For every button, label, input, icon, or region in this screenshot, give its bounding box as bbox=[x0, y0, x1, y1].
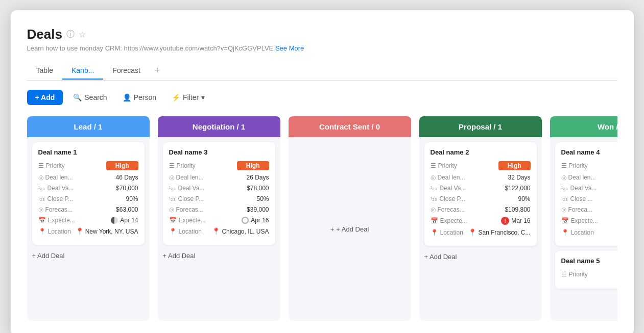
deal-name: Deal name 3 bbox=[169, 148, 269, 156]
pin-icon: 📍 bbox=[468, 228, 476, 236]
column-contract: Contract Sent / 0 + + Add Deal bbox=[289, 116, 411, 321]
col-body-proposal: Deal name 2 ☰Priority High ◎Deal len... … bbox=[419, 137, 542, 321]
close-icon: ¹₂₃ bbox=[38, 195, 45, 202]
deal-row-expected: 📅Expecte... Apr 14 bbox=[38, 217, 138, 224]
location-icon: 📍 bbox=[169, 228, 177, 235]
filter-icon: ⚡ bbox=[172, 93, 180, 101]
deal-row-priority: ☰Priority High bbox=[431, 161, 531, 170]
deal-row-expected: 📅Expecte... Apr 16 bbox=[169, 217, 269, 224]
priority-icon: ☰ bbox=[169, 162, 175, 169]
tab-forecast[interactable]: Forecast bbox=[103, 62, 149, 80]
col-body-contract: + + Add Deal bbox=[289, 137, 411, 321]
deal-card[interactable]: Deal name 2 ☰Priority High ◎Deal len... … bbox=[424, 142, 537, 246]
page-title-row: Deals ⓘ ☆ bbox=[27, 27, 617, 42]
toolbar: + Add 🔍 Search 👤 Person ⚡ Filter ▾ bbox=[27, 90, 617, 105]
deal-row-len: ◎Deal len... 26 Days bbox=[169, 174, 269, 181]
deal-row-len: ◎Deal len... 32 Days bbox=[431, 174, 531, 181]
exclaim-icon: ! bbox=[501, 217, 509, 225]
deal-row-val: ¹₂₃Deal Va... $119,000 bbox=[561, 185, 617, 192]
tab-kanban[interactable]: Kanb... bbox=[62, 62, 103, 80]
deal-row-forecast: ◎Forecas... $109,800 bbox=[431, 206, 531, 213]
deal-row-len: ◎Deal len... 38 Total Days bbox=[561, 174, 617, 181]
calendar-icon: 📅 bbox=[431, 217, 438, 224]
deal-card[interactable]: Deal name 1 ☰Priority High ◎Deal len... … bbox=[32, 142, 145, 245]
deal-row-close: ¹₂₃Close P... 90% bbox=[38, 195, 138, 202]
deal-row-location: 📍Location 📍 Chicago, IL, USA bbox=[169, 227, 269, 235]
col-body-won: Deal name 4 ☰Priority Low ◎Deal len... 3… bbox=[550, 137, 617, 321]
calendar-icon: 📅 bbox=[561, 217, 569, 224]
person-button[interactable]: 👤 Person bbox=[117, 90, 161, 105]
search-button[interactable]: 🔍 Search bbox=[68, 90, 112, 105]
add-deal-contract[interactable]: + + Add Deal bbox=[330, 223, 369, 235]
len-icon: ◎ bbox=[169, 174, 174, 181]
person-icon: 👤 bbox=[123, 93, 131, 101]
val-icon: ¹₂₃ bbox=[169, 185, 176, 192]
forecast-icon: ◎ bbox=[38, 206, 43, 213]
close-icon: ¹₂₃ bbox=[431, 195, 438, 202]
kanban-board: Lead / 1 Deal name 1 ☰Priority High ◎Dea… bbox=[27, 116, 617, 326]
priority-badge: High bbox=[498, 161, 531, 170]
half-circle-icon bbox=[111, 217, 118, 224]
app-window: Deals ⓘ ☆ Learn how to use monday CRM: h… bbox=[11, 10, 634, 333]
deal-row-priority: ☰Priority Low bbox=[561, 270, 617, 279]
forecast-icon: ◎ bbox=[561, 206, 566, 213]
val-icon: ¹₂₃ bbox=[561, 185, 568, 192]
deal-row-expected: 📅Expecte... ! Mar 16 bbox=[431, 217, 531, 225]
deal-row-expected: 📅Expecte... ✓ Feb 27 bbox=[561, 217, 617, 225]
deal-card[interactable]: Deal name 5 ☰Priority Low bbox=[555, 251, 617, 289]
priority-icon: ☰ bbox=[561, 162, 567, 169]
add-deal-proposal[interactable]: + Add Deal bbox=[424, 251, 537, 263]
column-lead: Lead / 1 Deal name 1 ☰Priority High ◎Dea… bbox=[27, 116, 150, 321]
filter-button[interactable]: ⚡ Filter ▾ bbox=[166, 90, 210, 105]
pin-icon: 📍 bbox=[212, 227, 220, 235]
add-button[interactable]: + Add bbox=[27, 90, 63, 105]
deal-row-close: ¹₂₃Close ... 100% bbox=[561, 195, 617, 202]
see-more-link[interactable]: See More bbox=[275, 44, 304, 52]
location-icon: 📍 bbox=[38, 228, 46, 235]
len-icon: ◎ bbox=[561, 174, 566, 181]
deal-row-priority: ☰Priority Low bbox=[561, 161, 617, 170]
deal-row-val: ¹₂₃Deal Va... $78,000 bbox=[169, 185, 269, 192]
forecast-icon: ◎ bbox=[431, 206, 436, 213]
deal-card[interactable]: Deal name 4 ☰Priority Low ◎Deal len... 3… bbox=[555, 142, 617, 246]
deal-row-priority: ☰Priority High bbox=[38, 161, 138, 170]
tab-add[interactable]: + bbox=[150, 61, 165, 80]
add-deal-negotiation[interactable]: + Add Deal bbox=[163, 250, 275, 262]
deal-row-priority: ☰Priority High bbox=[169, 161, 269, 170]
len-icon: ◎ bbox=[38, 174, 43, 181]
priority-badge: High bbox=[106, 161, 138, 170]
deal-row-len: ◎Deal len... 46 Days bbox=[38, 174, 138, 181]
deal-row-val: ¹₂₃Deal Va... $70,000 bbox=[38, 185, 138, 192]
tab-table[interactable]: Table bbox=[27, 62, 62, 80]
col-header-lead: Lead / 1 bbox=[27, 116, 150, 137]
plus-icon: + bbox=[330, 225, 335, 233]
add-deal-lead[interactable]: + Add Deal bbox=[32, 250, 145, 262]
info-icon[interactable]: ⓘ bbox=[66, 29, 75, 40]
deal-name: Deal name 1 bbox=[38, 148, 138, 156]
deal-row-forecast: ◎Foreca... $119,000 bbox=[561, 206, 617, 213]
forecast-icon: ◎ bbox=[169, 206, 174, 213]
val-icon: ¹₂₃ bbox=[431, 185, 438, 192]
col-header-negotiation: Negotiation / 1 bbox=[158, 116, 280, 137]
tabs-bar: Table Kanb... Forecast + bbox=[27, 61, 617, 81]
page-title: Deals bbox=[27, 27, 62, 42]
deal-card[interactable]: Deal name 3 ☰Priority High ◎Deal len... … bbox=[163, 142, 275, 245]
col-body-lead: Deal name 1 ☰Priority High ◎Deal len... … bbox=[27, 137, 150, 321]
deal-row-forecast: ◎Forecas... $39,000 bbox=[169, 206, 269, 213]
close-icon: ¹₂₃ bbox=[169, 195, 176, 202]
star-icon[interactable]: ☆ bbox=[79, 30, 86, 39]
subtitle: Learn how to use monday CRM: https://www… bbox=[27, 44, 617, 52]
column-negotiation: Negotiation / 1 Deal name 3 ☰Priority Hi… bbox=[158, 116, 280, 321]
deal-row-close: ¹₂₃Close P... 50% bbox=[169, 195, 269, 202]
deal-name: Deal name 4 bbox=[561, 148, 617, 156]
location-icon: 📍 bbox=[561, 229, 569, 236]
close-icon: ¹₂₃ bbox=[561, 195, 568, 202]
search-icon: 🔍 bbox=[73, 93, 82, 101]
deal-row-val: ¹₂₃Deal Va... $122,000 bbox=[431, 185, 531, 192]
column-proposal: Proposal / 1 Deal name 2 ☰Priority High … bbox=[419, 116, 542, 321]
col-body-negotiation: Deal name 3 ☰Priority High ◎Deal len... … bbox=[158, 137, 280, 321]
col-header-proposal: Proposal / 1 bbox=[419, 116, 542, 137]
deal-name: Deal name 2 bbox=[431, 148, 531, 156]
location-icon: 📍 bbox=[431, 229, 438, 236]
deal-row-location: 📍Location 📍 New York, NY, USA bbox=[38, 227, 138, 235]
